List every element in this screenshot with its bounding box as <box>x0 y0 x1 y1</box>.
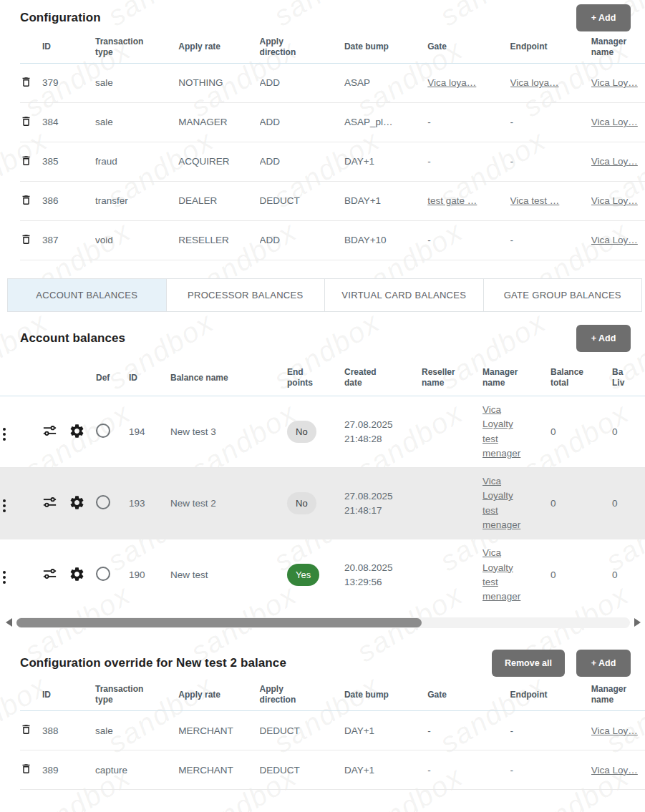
cell-transaction-type: transfer <box>95 181 178 220</box>
cell-created-date: 27.08.2025 21:48:28 <box>344 418 422 446</box>
column-header-endpoint: Endpoint <box>510 31 591 63</box>
manager-link[interactable]: Vica Loyalty test menager <box>482 474 523 532</box>
default-radio[interactable] <box>96 567 110 581</box>
table-row: 389 capture MERCHANT DEDUCT DAY+1 - - Vi… <box>20 750 645 790</box>
delete-icon[interactable] <box>20 233 32 246</box>
default-radio[interactable] <box>96 424 110 438</box>
tab-virtual-card-balances[interactable]: VIRTUAL CARD BALANCES <box>325 279 484 311</box>
column-header-id: ID <box>129 361 170 396</box>
table-row: 190 New test Yes 20.08.2025 13:29:56 Vic… <box>0 539 645 611</box>
scroll-left-arrow[interactable] <box>6 618 12 627</box>
manager-link[interactable]: Vica Loyalty test menager <box>482 546 523 604</box>
gate-link[interactable]: Vica loya… <box>427 77 476 88</box>
cell-date-bump: ASAP_pl… <box>344 102 427 142</box>
cell-gate: - <box>427 102 510 142</box>
cell-apply-rate: MANAGER <box>178 102 259 142</box>
cell-balance-total: 0 <box>551 539 612 611</box>
tab-gate-group-balances[interactable]: GATE GROUP BALANCES <box>484 279 642 311</box>
cell-id: 387 <box>42 220 95 260</box>
manager-link[interactable]: Vica Loy… <box>591 77 638 88</box>
tune-icon[interactable] <box>42 423 58 439</box>
cell-apply-rate: MERCHANT <box>178 711 259 750</box>
manager-link[interactable]: Vica Loy… <box>591 765 638 776</box>
endpoint-link[interactable]: Vica loya… <box>510 77 559 88</box>
kebab-menu-icon[interactable] <box>0 426 9 442</box>
cell-apply-direction: ADD <box>260 102 344 142</box>
cell-id: 389 <box>42 750 95 790</box>
manager-link[interactable]: Vica Loy… <box>591 235 638 245</box>
scrollbar-track[interactable] <box>16 617 630 628</box>
manager-link[interactable]: Vica Loy… <box>591 117 638 127</box>
cell-apply-direction: DEDUCT <box>260 181 344 220</box>
manager-link[interactable]: Vica Loyalty test menager <box>482 403 523 461</box>
delete-icon[interactable] <box>20 154 32 167</box>
cell-transaction-type: capture <box>95 750 178 790</box>
tab-account-balances[interactable]: ACCOUNT BALANCES <box>8 279 167 311</box>
actions-column-header <box>20 680 42 711</box>
cell-apply-rate: RESELLER <box>178 220 259 260</box>
delete-icon[interactable] <box>20 75 32 89</box>
gate-link[interactable]: test gate … <box>427 195 477 206</box>
kebab-menu-icon[interactable] <box>0 498 9 514</box>
configuration-title: Configuration <box>20 11 101 25</box>
cell-gate: - <box>427 142 510 181</box>
delete-icon[interactable] <box>20 114 32 128</box>
cell-date-bump: BDAY+1 <box>344 181 427 220</box>
scroll-right-arrow[interactable] <box>634 618 641 627</box>
configuration-add-button[interactable]: + Add <box>576 4 631 31</box>
column-header-manager-name: Manager name <box>591 680 645 711</box>
cell-id: 379 <box>42 63 95 102</box>
table-row: 387 void RESELLER ADD BDAY+10 - - Vica L… <box>20 220 645 260</box>
cell-date-bump: DAY+1 <box>344 750 427 790</box>
tune-icon[interactable] <box>42 494 58 511</box>
kebab-menu-icon[interactable] <box>0 569 9 585</box>
manager-link[interactable]: Vica Loy… <box>591 156 638 167</box>
cell-transaction-type: void <box>95 220 178 260</box>
cell-apply-rate: ACQUIRER <box>178 142 259 181</box>
cell-date-bump: ASAP <box>344 63 427 102</box>
column-header-transaction-type: Transaction type <box>95 680 178 711</box>
remove-all-button[interactable]: Remove all <box>492 650 565 677</box>
cell-id: 385 <box>42 142 95 181</box>
account-balances-add-button[interactable]: + Add <box>576 325 631 352</box>
configuration-table: ID Transaction type Apply rate Apply dir… <box>20 31 645 260</box>
cell-apply-rate: MERCHANT <box>178 750 259 790</box>
scrollbar-thumb[interactable] <box>16 618 422 627</box>
override-add-button[interactable]: + Add <box>576 650 631 677</box>
cell-endpoint: - <box>510 102 591 142</box>
column-header-gate: Gate <box>427 680 510 711</box>
tab-processor-balances[interactable]: PROCESSOR BALANCES <box>167 279 326 311</box>
cell-id: 193 <box>129 468 170 539</box>
cell-gate: - <box>427 750 510 790</box>
column-header-endpoint: Endpoint <box>510 680 591 711</box>
delete-icon[interactable] <box>20 193 32 207</box>
tune-icon[interactable] <box>42 566 58 582</box>
table-row-selected: 193 New test 2 No 27.08.2025 21:48:17 Vi… <box>0 468 645 539</box>
end-points-badge: No <box>287 492 316 514</box>
column-header-reseller-name: Reseller name <box>422 361 482 396</box>
gear-icon[interactable] <box>69 494 85 511</box>
cell-balance-total: 0 <box>551 468 612 539</box>
manager-link[interactable]: Vica Loy… <box>591 725 638 736</box>
table-row: 194 New test 3 No 27.08.2025 21:48:28 Vi… <box>0 396 645 468</box>
gear-icon[interactable] <box>69 566 85 582</box>
cell-reseller-name <box>422 539 482 611</box>
manager-link[interactable]: Vica Loy… <box>591 195 638 206</box>
cell-endpoint: - <box>510 142 591 181</box>
cell-apply-direction: ADD <box>260 220 344 260</box>
cell-date-bump: DAY+1 <box>344 711 427 750</box>
column-header-apply-direction: Apply direction <box>260 680 344 711</box>
delete-icon[interactable] <box>20 762 32 776</box>
cell-apply-direction: ADD <box>260 142 344 181</box>
delete-icon[interactable] <box>20 723 32 736</box>
cell-id: 190 <box>129 539 170 611</box>
default-radio[interactable] <box>96 495 110 509</box>
actions-column-header <box>20 31 42 63</box>
table-row: 385 fraud ACQUIRER ADD DAY+1 - - Vica Lo… <box>20 142 645 181</box>
gear-icon[interactable] <box>69 423 85 439</box>
endpoint-link[interactable]: Vica test … <box>510 195 560 206</box>
column-header-created-date: Created date <box>344 361 422 396</box>
cell-gate: - <box>427 220 510 260</box>
table-row: 386 transfer DEALER DEDUCT BDAY+1 test g… <box>20 181 645 220</box>
cell-id: 384 <box>42 102 95 142</box>
